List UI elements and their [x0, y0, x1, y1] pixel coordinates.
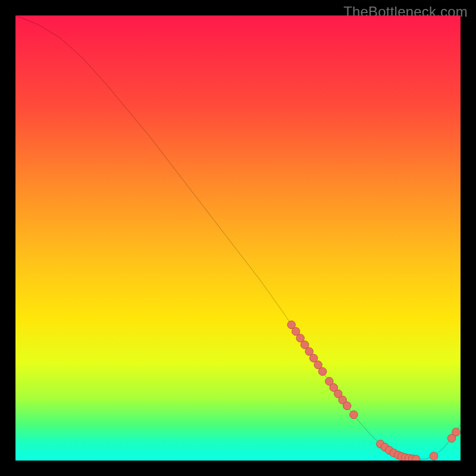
curve-marker — [343, 402, 351, 409]
bottleneck-curve — [15, 15, 461, 459]
curve-marker — [318, 368, 326, 375]
curve-marker — [412, 455, 419, 461]
plot-area — [15, 15, 461, 461]
chart-frame: TheBottleneck.com — [0, 0, 476, 476]
curve-layer — [15, 15, 461, 461]
curve-marker — [430, 452, 437, 460]
curve-markers — [287, 321, 460, 461]
curve-marker — [452, 428, 460, 436]
curve-marker — [350, 411, 358, 418]
